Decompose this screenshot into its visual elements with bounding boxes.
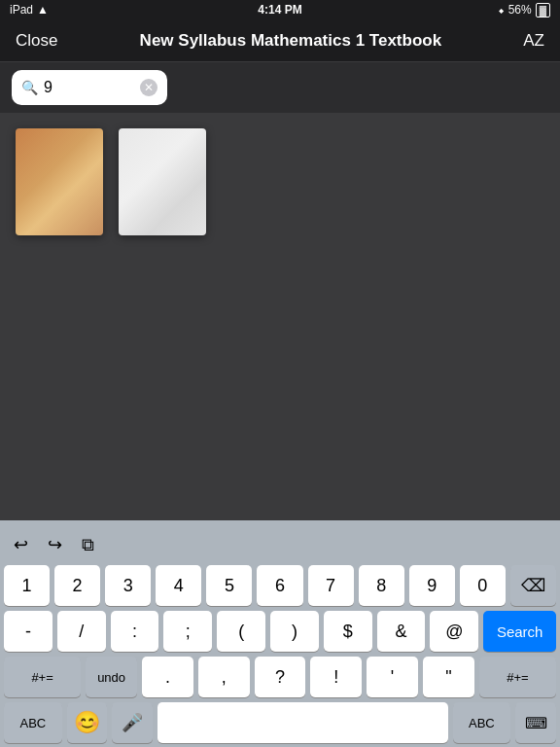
key-6[interactable]: 6 [257,565,302,606]
mic-key[interactable]: 🎤 [112,702,153,743]
key-9[interactable]: 9 [409,565,455,606]
content-area [0,113,560,520]
abc-right-key[interactable]: ABC [453,702,511,743]
key-7[interactable]: 7 [308,565,354,606]
emoji-key[interactable]: 😊 [67,702,108,743]
key-exclaim[interactable]: ! [310,657,362,697]
key-3[interactable]: 3 [105,565,151,606]
key-apostrophe[interactable]: ' [367,657,418,697]
key-rparen[interactable]: ) [270,611,319,652]
search-bar[interactable]: 🔍 9 ✕ [12,70,167,105]
keyboard-container: ↩ ↪ ⧉ 1 2 3 4 5 6 7 8 9 0 ⌫ - / : ; ( ) … [0,520,560,747]
key-quote[interactable]: " [423,657,474,697]
key-period[interactable]: . [142,657,193,697]
key-1[interactable]: 1 [4,565,50,606]
bluetooth-icon: ⬥ [498,3,505,17]
keyboard-switch-key[interactable]: ⌨ [515,702,556,743]
key-2[interactable]: 2 [54,565,100,606]
more-symbols-row: #+= undo . , ? ! ' " #+= [4,657,556,697]
sort-az-button[interactable]: AZ [523,31,544,51]
search-clear-button[interactable]: ✕ [140,79,158,96]
keyboard-toolbar: ↩ ↪ ⧉ [4,528,556,565]
key-dash[interactable]: - [4,611,52,652]
key-hashtag-plus[interactable]: #+= [4,657,81,697]
key-lparen[interactable]: ( [217,611,265,652]
nav-bar: Close New Syllabus Mathematics 1 Textboo… [0,19,560,62]
status-bar: iPad ▲ 4:14 PM ⬥ 56% ▓ [0,0,560,19]
redo-button[interactable]: ↪ [46,532,64,557]
search-icon: 🔍 [21,80,38,95]
key-0[interactable]: 0 [460,565,506,606]
keyboard-bottom-row: ABC 😊 🎤 ABC ⌨ [4,702,556,743]
key-colon[interactable]: : [111,611,159,652]
key-hashtag-plus-right[interactable]: #+= [479,657,556,697]
thumbnail-2[interactable] [119,128,206,235]
key-undo[interactable]: undo [86,657,137,697]
search-key[interactable]: Search [483,611,556,652]
delete-key[interactable]: ⌫ [510,565,556,606]
key-slash[interactable]: / [57,611,106,652]
undo-button[interactable]: ↩ [12,532,30,557]
device-label: iPad [10,3,33,17]
symbol-row: - / : ; ( ) $ & @ Search [4,611,556,652]
battery-icon: ▓ [536,3,550,18]
copy-paste-button[interactable]: ⧉ [80,533,96,557]
key-at[interactable]: @ [430,611,478,652]
status-left: iPad ▲ [10,3,49,17]
search-input[interactable]: 9 [44,79,134,96]
abc-left-key[interactable]: ABC [4,702,62,743]
key-comma[interactable]: , [198,657,250,697]
status-time: 4:14 PM [258,3,301,17]
key-8[interactable]: 8 [359,565,404,606]
status-right: ⬥ 56% ▓ [498,3,550,18]
nav-title: New Syllabus Mathematics 1 Textbook [57,31,523,51]
search-bar-container: 🔍 9 ✕ [0,62,560,113]
key-5[interactable]: 5 [206,565,252,606]
thumbnails-grid [16,128,544,235]
space-key[interactable] [158,702,447,743]
number-row: 1 2 3 4 5 6 7 8 9 0 ⌫ [4,565,556,606]
key-dollar[interactable]: $ [324,611,372,652]
key-ampersand[interactable]: & [377,611,426,652]
key-question[interactable]: ? [255,657,306,697]
close-button[interactable]: Close [16,31,57,51]
key-4[interactable]: 4 [156,565,201,606]
wifi-icon: ▲ [37,3,49,17]
key-semicolon[interactable]: ; [163,611,212,652]
battery-label: 56% [508,3,532,17]
thumbnail-1[interactable] [16,128,103,235]
